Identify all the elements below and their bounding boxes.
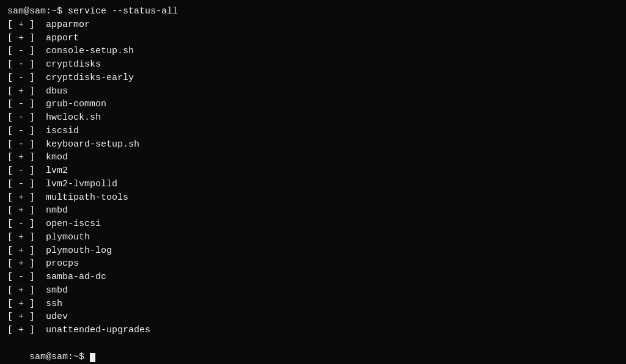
service-row: [ + ] apparmor bbox=[7, 18, 619, 32]
service-row: [ - ] grub-common bbox=[7, 98, 619, 111]
service-row: [ + ] multipath-tools bbox=[7, 191, 619, 205]
service-row: [ + ] nmbd bbox=[7, 204, 619, 217]
service-row: [ - ] cryptdisks-early bbox=[7, 71, 619, 85]
service-row: [ - ] cryptdisks bbox=[7, 58, 619, 71]
service-list: [ + ] apparmor[ + ] apport[ - ] console-… bbox=[7, 18, 619, 337]
service-row: [ - ] keyboard-setup.sh bbox=[7, 138, 619, 151]
service-row: [ + ] smbd bbox=[7, 284, 619, 297]
end-prompt: sam@sam:~$ bbox=[7, 337, 619, 364]
service-row: [ - ] iscsid bbox=[7, 125, 619, 138]
service-row: [ + ] plymouth-log bbox=[7, 244, 619, 258]
service-row: [ - ] hwclock.sh bbox=[7, 111, 619, 125]
terminal: sam@sam:~$ service --status-all [ + ] ap… bbox=[7, 5, 619, 359]
service-row: [ - ] lvm2-lvmpolld bbox=[7, 178, 619, 191]
cursor bbox=[90, 353, 95, 362]
service-row: [ - ] console-setup.sh bbox=[7, 45, 619, 58]
service-row: [ + ] plymouth bbox=[7, 231, 619, 244]
service-row: [ + ] ssh bbox=[7, 297, 619, 311]
service-row: [ - ] open-iscsi bbox=[7, 217, 619, 231]
service-row: [ + ] unattended-upgrades bbox=[7, 324, 619, 337]
service-row: [ - ] lvm2 bbox=[7, 164, 619, 178]
service-row: [ + ] dbus bbox=[7, 85, 619, 98]
service-row: [ + ] apport bbox=[7, 32, 619, 45]
command-line: sam@sam:~$ service --status-all bbox=[7, 5, 619, 18]
service-row: [ + ] udev bbox=[7, 310, 619, 324]
service-row: [ + ] kmod bbox=[7, 151, 619, 164]
service-row: [ - ] samba-ad-dc bbox=[7, 271, 619, 284]
service-row: [ + ] procps bbox=[7, 257, 619, 271]
